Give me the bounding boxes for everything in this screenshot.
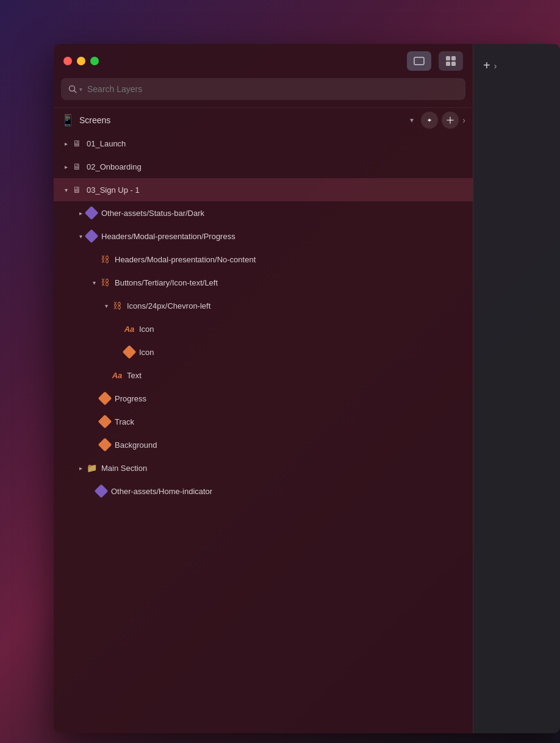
title-bar [54, 44, 473, 78]
background-icon [99, 439, 111, 451]
layer-item[interactable]: Aa Text [54, 364, 473, 387]
component-icon: ⛓ [111, 300, 123, 312]
layer-item[interactable]: Track [54, 410, 473, 433]
right-panel: + › [473, 44, 560, 733]
folder-icon: 📁 [85, 462, 98, 474]
layer-item[interactable]: Icon [54, 340, 473, 364]
screen-icon: 🖥 [71, 184, 83, 196]
text-icon: Aa [111, 369, 123, 381]
screen-icon: 🖥 [71, 160, 83, 173]
layer-label: Buttons/Tertiary/Icon-text/Left [115, 278, 218, 287]
window: ▾ 📱 Screens ▾ [54, 44, 560, 733]
chevron-icon[interactable] [101, 301, 111, 310]
track-icon [99, 415, 111, 428]
search-icon: ▾ [68, 85, 82, 93]
layer-label: 02_Onboarding [87, 162, 142, 171]
progress-icon [99, 392, 111, 404]
layer-item[interactable]: Other-assets/Home-indicator [54, 479, 473, 503]
shape-icon [123, 346, 135, 358]
svg-rect-0 [414, 57, 424, 65]
layer-label: Text [127, 371, 142, 380]
chevron-icon[interactable] [61, 138, 71, 148]
layer-label: 01_Launch [87, 139, 126, 148]
diamond-icon [85, 207, 98, 219]
section-actions: › [421, 112, 465, 129]
layer-label: Progress [115, 394, 146, 403]
svg-line-6 [74, 91, 77, 93]
traffic-lights [63, 57, 99, 65]
collapse-all-button[interactable] [421, 112, 438, 129]
layer-item[interactable]: ⛓ Icons/24px/Chevron-left [54, 294, 473, 317]
svg-rect-1 [446, 56, 450, 60]
plus-icon: + [483, 59, 490, 73]
section-next-button[interactable]: › [462, 115, 465, 125]
layer-label: Other-assets/Home-indicator [111, 487, 212, 496]
chevron-icon[interactable] [76, 463, 85, 473]
layer-item[interactable]: Background [54, 433, 473, 456]
layer-item[interactable]: 🖥 01_Launch [54, 132, 473, 155]
grid-view-button[interactable] [439, 51, 463, 71]
layer-label: Icon [139, 348, 154, 357]
layer-item[interactable]: 🖥 02_Onboarding [54, 155, 473, 178]
layer-item[interactable]: ⛓ Buttons/Tertiary/Icon-text/Left [54, 271, 473, 294]
layer-label: Background [115, 440, 157, 450]
layer-label: Icons/24px/Chevron-left [127, 301, 210, 310]
text-icon: Aa [123, 323, 135, 335]
layer-item[interactable]: 📁 Main Section [54, 456, 473, 479]
layer-label: 03_Sign Up - 1 [87, 185, 140, 195]
diamond-icon [95, 485, 107, 497]
search-input[interactable] [87, 84, 458, 94]
component-icon: ⛓ [99, 276, 111, 289]
layer-label: Headers/Modal-presentation/No-content [115, 255, 256, 264]
layer-item[interactable]: Progress [54, 387, 473, 410]
layer-label: Icon [139, 325, 154, 334]
search-bar: ▾ [61, 78, 465, 100]
add-button[interactable]: + › [473, 54, 560, 77]
chevron-icon[interactable] [61, 162, 71, 171]
section-header: 📱 Screens ▾ › [54, 107, 473, 132]
svg-rect-2 [451, 56, 456, 60]
layer-label: Headers/Modal-presentation/Progress [101, 232, 235, 241]
layer-item[interactable]: ⛓ Headers/Modal-presentation/No-content [54, 248, 473, 271]
layer-item-signup[interactable]: 🖥 03_Sign Up - 1 [54, 178, 473, 201]
close-button[interactable] [63, 57, 72, 65]
layer-label: Track [115, 417, 134, 426]
minimize-button[interactable] [77, 57, 85, 65]
svg-rect-4 [451, 62, 456, 66]
layer-tree: 🖥 01_Launch 🖥 02_Onboarding 🖥 03_Sign Up… [54, 132, 473, 733]
single-view-button[interactable] [407, 51, 431, 71]
layer-item[interactable]: Other-assets/Status-bar/Dark [54, 201, 473, 224]
layer-label: Other-assets/Status-bar/Dark [101, 209, 204, 218]
layer-item[interactable]: Aa Icon [54, 317, 473, 340]
chevron-icon[interactable] [89, 278, 99, 287]
add-layer-button[interactable] [442, 112, 459, 129]
chevron-down-icon: › [494, 61, 497, 71]
section-dropdown-icon: ▾ [410, 116, 414, 124]
diamond-icon [85, 230, 98, 242]
component-icon: ⛓ [99, 253, 111, 265]
chevron-icon[interactable] [76, 231, 85, 241]
layer-label: Main Section [101, 464, 147, 473]
screen-icon: 🖥 [71, 137, 83, 149]
svg-rect-3 [446, 62, 450, 66]
section-title: Screens [79, 115, 405, 125]
layer-item[interactable]: Headers/Modal-presentation/Progress [54, 224, 473, 248]
maximize-button[interactable] [90, 57, 99, 65]
chevron-icon[interactable] [61, 185, 71, 195]
screens-icon: 📱 [61, 113, 74, 127]
chevron-icon[interactable] [76, 208, 85, 218]
left-panel: ▾ 📱 Screens ▾ [54, 44, 473, 733]
